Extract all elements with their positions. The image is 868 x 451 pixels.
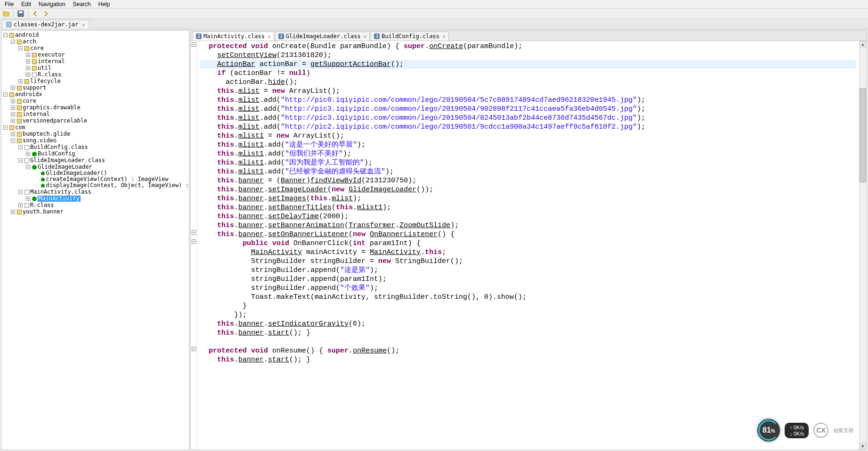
open-file-icon[interactable]	[2, 9, 10, 18]
tree-node-mainactivity[interactable]: + MainActivity	[26, 196, 81, 202]
method-icon	[41, 172, 45, 175]
tree-node-versionedparcelable[interactable]: + versionedparcelable	[11, 118, 87, 124]
package-icon	[17, 210, 22, 214]
close-tab-icon[interactable]: ✕	[364, 33, 367, 40]
brand-logo-icon[interactable]: CX	[813, 423, 828, 438]
scroll-thumb[interactable]	[860, 88, 866, 182]
editor-panel: J MainActivity.class ✕ J GlideImageLoade…	[190, 30, 867, 450]
fold-marker-icon[interactable]: −	[192, 42, 196, 47]
file-tab-label: classes-dex2jar.jar	[14, 21, 78, 28]
tree-node-android[interactable]: − android	[3, 32, 39, 38]
cpu-value: 81%	[763, 426, 775, 435]
close-tab-icon[interactable]: ✕	[82, 22, 85, 28]
scroll-down-icon[interactable]: ▼	[860, 443, 866, 450]
tree-node-arch[interactable]: − arch	[11, 39, 36, 45]
fold-gutter[interactable]: − − − −	[191, 41, 197, 450]
method-icon	[41, 184, 45, 188]
package-icon	[17, 132, 22, 137]
file-tab-bar: classes-dex2jar.jar ✕	[0, 19, 868, 29]
package-icon	[9, 125, 14, 130]
tree-node-internal[interactable]: + internal	[26, 58, 65, 65]
close-tab-icon[interactable]: ✕	[442, 33, 446, 40]
tree-node-graphics-drawable[interactable]: + graphics.drawable	[11, 105, 81, 111]
save-icon[interactable]	[16, 9, 25, 18]
package-icon	[17, 139, 22, 143]
editor-tab-label: GlideImageLoader.class	[286, 33, 361, 40]
java-class-icon: J	[374, 33, 380, 39]
tree-node-lifecycle[interactable]: + lifecycle	[18, 78, 61, 84]
tree-node-buildconfig[interactable]: + BuildConfig	[26, 151, 75, 157]
tree-node-core[interactable]: − core	[18, 45, 44, 51]
class-icon	[32, 197, 37, 201]
editor-tab-mainactivity[interactable]: J MainActivity.class ✕	[193, 32, 274, 41]
method-icon	[41, 178, 45, 181]
package-icon	[17, 112, 22, 117]
svg-rect-1	[19, 11, 23, 13]
net-down: ↓ 0K/s	[789, 431, 804, 436]
tree-node-mainactivity-class[interactable]: − MainActivity.class	[18, 189, 91, 195]
jar-file-icon	[6, 22, 12, 27]
editor-tab-label: MainActivity.class	[203, 33, 265, 40]
fold-marker-icon[interactable]: −	[192, 230, 196, 235]
svg-rect-2	[7, 22, 11, 27]
tree-node-song-video[interactable]: − song.video	[11, 138, 57, 144]
tree-node-displayimage[interactable]: displayImage(Context, Object, ImageView)…	[33, 182, 189, 189]
tree-node-youth-banner[interactable]: + youth.banner	[11, 209, 64, 215]
editor-tab-glideimageloader[interactable]: J GlideImageLoader.class ✕	[275, 32, 370, 41]
tree-node-rclass-sv[interactable]: + R.class	[18, 202, 54, 208]
editor-tab-label: BuildConfig.class	[381, 33, 439, 40]
class-file-icon	[24, 158, 29, 163]
fold-marker-icon[interactable]: −	[192, 347, 196, 351]
code-editor[interactable]: − − − − protected void onCreate(Bundle p…	[191, 41, 867, 450]
package-icon	[24, 79, 29, 84]
back-icon[interactable]	[31, 9, 40, 18]
package-icon	[24, 46, 29, 51]
package-icon	[17, 106, 22, 110]
tree-node-buildconfig-class[interactable]: − BuildConfig.class	[18, 144, 88, 150]
editor-tab-buildconfig[interactable]: J BuildConfig.class ✕	[371, 32, 448, 41]
system-overlay: 81% ↑ 0K/s ↓ 0K/s CX 创新互联	[757, 419, 854, 442]
class-file-icon	[32, 73, 37, 77]
tree-node-support[interactable]: + support	[11, 85, 47, 91]
package-icon	[17, 99, 22, 104]
tree-node-androidx[interactable]: − androidx	[3, 91, 42, 98]
tree-node-rclass[interactable]: + R.class	[26, 72, 62, 78]
menu-file[interactable]: File	[2, 0, 16, 8]
net-up: ↑ 0K/s	[789, 425, 804, 430]
network-speed-badge[interactable]: ↑ 0K/s ↓ 0K/s	[785, 423, 809, 438]
package-icon	[32, 66, 37, 71]
tree-node-util[interactable]: + util	[26, 65, 51, 71]
tree-node-bumptech-glide[interactable]: + bumptech.glide	[11, 131, 70, 137]
menu-help[interactable]: Help	[96, 0, 113, 8]
package-tree[interactable]: − android − arch − core + executor + int…	[1, 30, 189, 450]
menu-search[interactable]: Search	[70, 0, 94, 8]
menu-edit[interactable]: Edit	[18, 0, 34, 8]
editor-tab-bar: J MainActivity.class ✕ J GlideImageLoade…	[191, 31, 867, 41]
tree-node-glideimageloader-class[interactable]: − GlideImageLoader.class	[18, 157, 105, 164]
close-tab-icon[interactable]: ✕	[268, 33, 271, 40]
class-file-icon	[24, 203, 29, 208]
class-file-icon	[24, 145, 29, 150]
tree-node-androidx-internal[interactable]: + internal	[11, 111, 50, 117]
code-body[interactable]: protected void onCreate(Bundle paramBund…	[197, 41, 859, 450]
toolbar-separator-2	[28, 10, 28, 17]
tree-node-com[interactable]: − com	[3, 124, 25, 131]
scroll-up-icon[interactable]: ▲	[860, 41, 866, 48]
brand-text: 创新互联	[833, 427, 854, 434]
tree-node-androidx-core[interactable]: + core	[11, 98, 36, 104]
package-icon	[9, 33, 14, 38]
toolbar	[0, 8, 868, 19]
menu-navigation[interactable]: Navigation	[36, 0, 68, 8]
package-icon	[32, 59, 37, 64]
package-icon	[9, 92, 14, 97]
fold-marker-icon[interactable]: −	[192, 239, 196, 244]
class-icon	[32, 165, 37, 170]
vertical-scrollbar[interactable]: ▲ ▼	[859, 41, 867, 450]
class-file-icon	[24, 190, 29, 195]
cpu-usage-badge[interactable]: 81%	[757, 419, 780, 442]
java-class-icon: J	[278, 33, 284, 39]
tree-node-executor[interactable]: + executor	[26, 52, 65, 58]
file-tab-jar[interactable]: classes-dex2jar.jar ✕	[2, 20, 89, 29]
forward-icon[interactable]	[41, 9, 50, 18]
java-class-icon: J	[196, 33, 202, 39]
